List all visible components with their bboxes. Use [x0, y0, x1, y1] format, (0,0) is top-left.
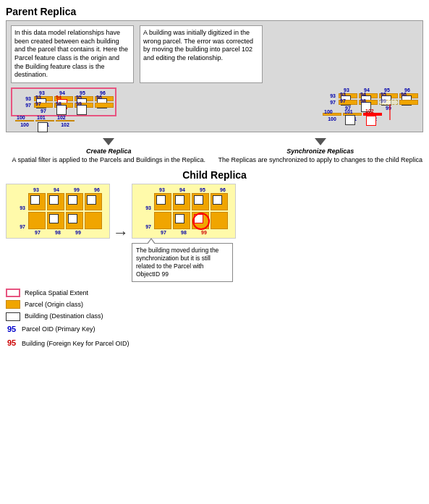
parcel-num-101: 101 — [37, 115, 46, 120]
legend-red-row: 95 Building (Foreign Key for Parcel OID) — [6, 337, 423, 350]
c-parcel-95 — [66, 193, 83, 210]
child-left-diagram: 93 94 99 96 93 — [6, 184, 110, 239]
create-replica-label: Create Replica A spatial filter is appli… — [12, 148, 205, 164]
r-parcel-num-98: 98 — [360, 98, 366, 103]
r-parcel-num-94: 94 — [360, 92, 366, 97]
create-replica-block: Create Replica A spatial filter is appli… — [6, 137, 212, 164]
parcel-95: 95 — [75, 96, 93, 101]
c-parcel-99 — [66, 212, 83, 229]
building-99 — [77, 105, 87, 115]
legend-red-num: 95 — [6, 337, 17, 350]
child-info-bubble-wrapper: The building moved during the synchroniz… — [132, 243, 236, 282]
c-parcel-94 — [47, 193, 64, 210]
r-parcel-num-102-red: 102 — [365, 108, 374, 114]
parent-right-diagram: 93 94 95 96 93 93 94 — [318, 87, 418, 127]
r-parcel-96: 96 — [399, 93, 418, 98]
info-left: In this data model relationships have be… — [11, 25, 134, 83]
parcel-num-98: 98 — [56, 101, 61, 106]
bot-num-97: 97 — [34, 108, 53, 114]
parent-left-diagram: 93 94 95 96 93 93 94 — [11, 87, 116, 127]
parcel-96: 96 — [95, 96, 114, 101]
legend-blue-row: 95 Parcel OID (Primary Key) — [6, 323, 423, 336]
parcel-97: 97 — [34, 103, 53, 108]
info-right: A building was initially digitized in th… — [140, 25, 263, 83]
parcel-94: 94 — [54, 96, 73, 101]
legend-orange-label: Parcel (Origin class) — [25, 299, 83, 309]
child-arrow-right: → — [113, 223, 129, 242]
r-parcel-num-97: 97 — [340, 98, 346, 103]
legend-blue-desc: Parcel OID (Primary Key) — [22, 324, 95, 334]
r-bot-num-100: 100 — [323, 116, 341, 121]
cr-parcel-95 — [192, 193, 209, 210]
parcel-num-97-inner: 97 — [35, 101, 41, 106]
r-parcel-94: 94 — [359, 93, 378, 98]
r-parcel-num-96: 96 — [401, 92, 407, 97]
c-parcel-97 — [28, 212, 46, 229]
create-replica-arrow — [103, 138, 114, 145]
r-parcel-num-100: 100 — [324, 109, 333, 114]
legend-pink-swatch — [6, 289, 20, 297]
row-label-97: 97 — [14, 103, 33, 108]
r-row-label-93: 93 — [318, 93, 337, 98]
legend-orange-swatch — [6, 300, 20, 309]
r-parcel-102-highlighted: 102 — [363, 113, 382, 116]
r-parcel-98: 98 — [359, 100, 378, 105]
r-row-label-97: 97 — [318, 100, 337, 105]
r-parcel-empty-r — [399, 100, 418, 105]
legend-white-swatch — [6, 312, 20, 321]
red-error-line — [389, 104, 391, 120]
legend-pink-row: Replica Spatial Extent — [6, 288, 423, 298]
r-parcel-101: 101 — [343, 113, 362, 116]
c-parcel-98 — [47, 212, 64, 229]
bot-num-100: 100 — [15, 122, 34, 127]
parcel-empty-left — [95, 103, 114, 108]
parcel-num-95: 95 — [76, 95, 82, 100]
r-parcel-95: 95 — [379, 93, 398, 98]
child-info-bubble: The building moved during the synchroniz… — [132, 243, 233, 282]
parcel-num-100: 100 — [17, 115, 25, 120]
legend: Replica Spatial Extent Parcel (Origin cl… — [6, 288, 423, 350]
legend-red-desc: Building (Foreign Key for Parcel OID) — [22, 338, 129, 349]
parcel-num-94: 94 — [56, 95, 61, 100]
legend-orange-row: Parcel (Origin class) — [6, 299, 423, 309]
cr-parcel-93 — [154, 193, 171, 210]
r-building-102 — [366, 116, 376, 126]
row-label-93: 93 — [14, 96, 33, 101]
parcel-102: 102 — [56, 120, 75, 121]
parent-replica-title: Parent Replica — [6, 6, 423, 17]
child-row: 93 94 99 96 93 — [6, 184, 423, 282]
legend-white-row: Building (Destination class) — [6, 311, 423, 321]
bot-num-102: 102 — [56, 122, 75, 127]
parcel-num-102: 102 — [57, 115, 66, 120]
cr-parcel-97 — [154, 212, 171, 229]
r-parcel-num-93: 93 — [340, 92, 346, 97]
r-parcel-99-dashed: 99 — [379, 100, 398, 105]
child-right-diagram: 93 94 95 96 93 — [132, 184, 236, 239]
sync-replica-label: Synchronize Replicas The Replicas are sy… — [218, 148, 422, 164]
r-parcel-93: 93 — [339, 93, 357, 98]
building-101 — [38, 122, 48, 132]
parcel-num-99: 99 — [76, 101, 82, 106]
cr-parcel-99 — [192, 212, 209, 229]
child-replica-section: Child Replica 93 94 99 96 93 — [6, 169, 423, 282]
child-replica-title: Child Replica — [6, 169, 423, 181]
child-right-wrapper: 93 94 95 96 93 — [132, 184, 236, 282]
building-98 — [56, 105, 67, 115]
parcel-100: 100 — [15, 120, 34, 121]
parcel-99-left: 99 — [75, 103, 93, 108]
r-parcel-num-101: 101 — [344, 109, 353, 114]
cr-parcel-94 — [173, 193, 190, 210]
cr-parcel-96 — [211, 193, 228, 210]
parcel-101: 101 — [35, 120, 54, 121]
c-parcel-empty — [85, 212, 102, 229]
sync-replica-arrow — [315, 138, 326, 145]
sync-replica-block: Synchronize Replicas The Replicas are sy… — [218, 137, 424, 164]
r-parcel-num-95: 95 — [381, 92, 386, 97]
legend-pink-label: Replica Spatial Extent — [25, 288, 88, 298]
parcel-98: 98 — [54, 103, 73, 108]
r-parcel-num-99-dashed: 99 — [381, 98, 386, 103]
r-bot-num-99: 99 — [379, 106, 398, 111]
cr-parcel-98 — [173, 212, 190, 229]
c-parcel-93 — [28, 193, 46, 210]
parent-replica-box: In this data model relationships have be… — [6, 20, 423, 132]
